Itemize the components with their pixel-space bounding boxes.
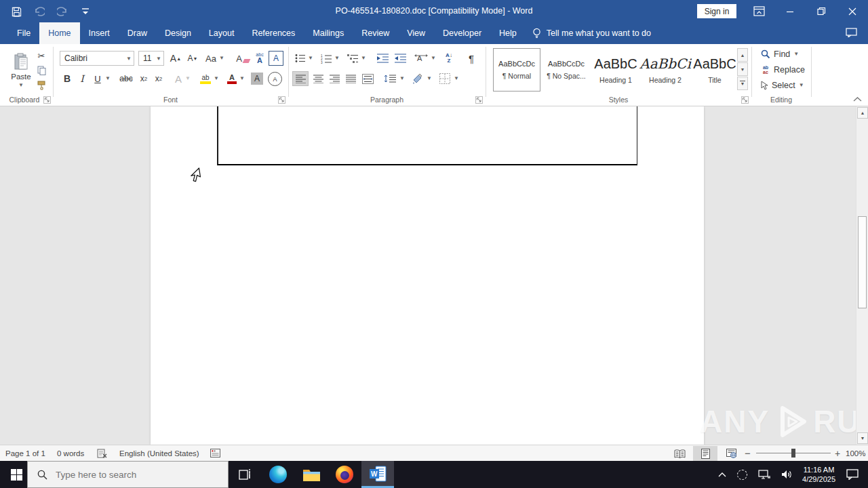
shading-icon[interactable] (410, 71, 426, 86)
underline-caret[interactable]: ▼ (104, 71, 111, 86)
word-count[interactable]: 0 words (57, 445, 84, 461)
web-layout-button[interactable] (719, 446, 743, 461)
shrink-font-button[interactable]: A▼ (185, 51, 200, 66)
styles-scroll-down-icon[interactable]: ▼ (737, 62, 748, 76)
style-no-spacing[interactable]: AaBbCcDc ¶ No Spac... (542, 48, 590, 92)
sign-in-button[interactable]: Sign in (697, 4, 736, 18)
font-color-caret[interactable]: ▼ (239, 71, 245, 86)
decrease-indent-icon[interactable] (375, 51, 390, 66)
highlight-caret[interactable]: ▼ (213, 71, 220, 86)
multilevel-list-icon[interactable] (345, 51, 360, 66)
paragraph-dialog-launcher[interactable] (475, 96, 483, 104)
borders-caret[interactable]: ▼ (453, 71, 460, 86)
font-size-combo[interactable]: 11▼ (138, 51, 164, 66)
taskbar-clock[interactable]: 11:16 AM 4/29/2025 (802, 465, 835, 484)
numbering-icon[interactable]: 123 (319, 51, 334, 66)
font-name-combo[interactable]: Calibri▼ (60, 51, 134, 66)
zoom-slider-thumb[interactable] (791, 449, 795, 458)
paste-caret[interactable]: ▼ (18, 83, 24, 88)
font-color-icon[interactable]: A (225, 72, 239, 86)
restore-button[interactable] (806, 0, 837, 22)
document-canvas[interactable]: ANY RUN ▲ ▼ (0, 106, 868, 445)
tab-mailings[interactable]: Mailings (304, 22, 353, 44)
character-shading-icon[interactable]: A (251, 73, 263, 85)
clipboard-dialog-launcher[interactable] (43, 96, 51, 104)
bullets-caret[interactable]: ▼ (307, 51, 314, 66)
tray-chevron-icon[interactable] (713, 472, 732, 477)
borders-icon[interactable] (437, 71, 453, 86)
tab-design[interactable]: Design (156, 22, 200, 44)
tell-me-box[interactable]: Tell me what you want to do (526, 22, 651, 44)
scrollbar-thumb[interactable] (858, 216, 867, 308)
change-case-button[interactable]: Aa▼ (204, 51, 226, 66)
file-explorer-icon[interactable] (295, 461, 328, 488)
style-heading2[interactable]: AaBbCi Heading 2 (642, 48, 689, 92)
multilevel-caret[interactable]: ▼ (360, 51, 367, 66)
character-border-icon[interactable]: A (269, 51, 283, 66)
zoom-slider[interactable] (756, 445, 831, 461)
phonetic-guide-icon[interactable]: abcA (252, 50, 267, 66)
proofing-errors-icon[interactable] (97, 445, 107, 461)
find-button[interactable]: Find▼ (761, 49, 799, 59)
ribbon-display-options-icon[interactable] (743, 0, 774, 22)
styles-more-icon[interactable]: ▼ (737, 77, 748, 90)
increase-indent-icon[interactable] (393, 51, 408, 66)
show-paragraph-marks-icon[interactable]: ¶ (465, 51, 477, 66)
asian-layout-caret[interactable]: ▼ (430, 51, 437, 66)
bold-button[interactable]: B (61, 71, 73, 86)
align-left-button[interactable] (292, 71, 309, 86)
sort-icon[interactable]: A↓ Z (442, 50, 456, 66)
tab-draw[interactable]: Draw (119, 22, 156, 44)
tab-file[interactable]: File (8, 22, 39, 44)
volume-icon[interactable] (776, 470, 798, 479)
clear-formatting-icon[interactable]: A (235, 51, 251, 66)
italic-button[interactable]: I (77, 71, 87, 86)
vertical-scrollbar[interactable]: ▲ ▼ (856, 106, 868, 445)
format-painter-icon[interactable] (35, 80, 47, 91)
superscript-button[interactable]: x2 (152, 71, 165, 86)
select-button[interactable]: Select▼ (761, 81, 804, 90)
shading-caret[interactable]: ▼ (426, 71, 433, 86)
tab-help[interactable]: Help (490, 22, 526, 44)
style-title[interactable]: AaBbC Title (691, 48, 738, 92)
asian-layout-icon[interactable]: A (412, 51, 430, 66)
tab-layout[interactable]: Layout (200, 22, 243, 44)
page-indicator[interactable]: Page 1 of 1 (5, 445, 45, 461)
style-normal[interactable]: AaBbCcDc ¶ Normal (493, 48, 540, 92)
scroll-down-icon[interactable]: ▼ (857, 432, 868, 444)
styles-scroll-up-icon[interactable]: ▲ (737, 48, 748, 62)
collapse-ribbon-icon[interactable] (850, 94, 864, 104)
justify-button[interactable] (343, 71, 358, 86)
taskbar-search-box[interactable] (27, 461, 229, 488)
edge-icon[interactable] (262, 461, 294, 488)
macro-record-icon[interactable] (210, 445, 220, 461)
close-button[interactable] (837, 0, 868, 22)
strikethrough-button[interactable]: abc (117, 71, 136, 86)
zoom-in-button[interactable]: + (835, 445, 840, 461)
subscript-button[interactable]: x2 (137, 71, 151, 86)
align-right-button[interactable] (327, 71, 342, 86)
tab-references[interactable]: References (243, 22, 304, 44)
comment-icon[interactable] (846, 28, 857, 37)
search-input[interactable] (54, 469, 206, 481)
tab-view[interactable]: View (398, 22, 434, 44)
read-mode-button[interactable] (667, 446, 692, 461)
zoom-level[interactable]: 100% (846, 445, 865, 461)
grow-font-button[interactable]: A▲ (168, 51, 183, 66)
distribute-text-icon[interactable] (359, 71, 376, 86)
scroll-up-icon[interactable]: ▲ (857, 107, 868, 119)
enclose-characters-icon[interactable]: A (268, 72, 282, 86)
tab-insert[interactable]: Insert (80, 22, 119, 44)
line-spacing-caret[interactable]: ▼ (399, 71, 406, 86)
copy-icon[interactable] (35, 65, 47, 76)
tray-status-circle-icon[interactable] (732, 470, 753, 480)
language-indicator[interactable]: English (United States) (119, 445, 199, 461)
tab-home[interactable]: Home (39, 22, 79, 44)
network-icon[interactable] (753, 470, 776, 480)
taskbar-word-button[interactable]: W (361, 461, 394, 488)
tab-review[interactable]: Review (353, 22, 398, 44)
zoom-out-button[interactable]: − (745, 445, 751, 461)
paste-button[interactable]: Paste ▼ (5, 48, 37, 93)
task-view-button[interactable] (229, 461, 261, 488)
underline-button[interactable]: U (92, 71, 103, 86)
